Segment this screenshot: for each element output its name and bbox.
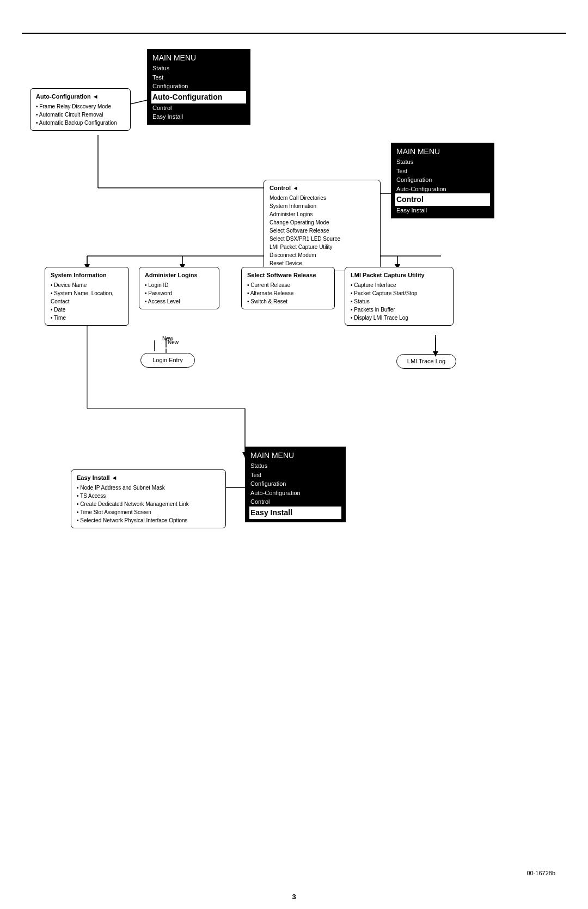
menu-b-test: Test xyxy=(250,471,340,480)
doc-number: 00-16728b xyxy=(526,870,555,876)
control-item-8: Disconnect Modem xyxy=(270,251,375,259)
login-entry-box: Login Entry xyxy=(140,353,195,368)
menu-item-autoconfig-hl: Auto-Configuration xyxy=(151,91,246,103)
svg-marker-31 xyxy=(433,351,438,357)
adminlogins-item-1: • Login ID xyxy=(145,281,213,289)
menu-b-autoconfig: Auto-Configuration xyxy=(250,489,340,498)
administer-logins-title: Administer Logins xyxy=(145,271,213,280)
page-number: 3 xyxy=(292,893,296,901)
menu-tr-test: Test xyxy=(396,167,489,176)
menu-item-control: Control xyxy=(152,103,245,113)
lmi-item-1: • Capture Interface xyxy=(351,281,448,289)
main-menu-b-title: MAIN MENU xyxy=(250,450,340,461)
login-entry-label: Login Entry xyxy=(152,357,183,363)
lmi-item-3: • Status xyxy=(351,297,448,306)
adminlogins-item-2: • Password xyxy=(145,289,213,297)
lmi-item-4: • Packets in Buffer xyxy=(351,306,448,314)
sysinfo-item-2: • System Name, Location, Contact xyxy=(51,289,123,306)
easy-item-5: • Selected Network Physical Interface Op… xyxy=(77,516,220,524)
menu-item-configuration: Configuration xyxy=(152,82,245,91)
auto-config-item-2: • Automatic Circuit Removal xyxy=(36,111,125,119)
software-item-2: • Alternate Release xyxy=(247,289,329,297)
control-item-6: Select DSX/PR1 LED Source xyxy=(270,235,375,243)
control-item-2: System Information xyxy=(270,202,375,210)
menu-b-control: Control xyxy=(250,497,340,507)
menu-tr-status: Status xyxy=(396,157,489,167)
menu-b-status: Status xyxy=(250,461,340,471)
menu-tr-easyinstall: Easy Install xyxy=(396,206,489,215)
software-item-3: • Switch & Reset xyxy=(247,297,329,306)
control-item-4: Change Operating Mode xyxy=(270,218,375,227)
sysinfo-item-1: • Device Name xyxy=(51,281,123,289)
new-label: New xyxy=(162,335,173,341)
lmi-trace-log-label: LMI Trace Log xyxy=(407,358,445,364)
software-item-1: • Current Release xyxy=(247,281,329,289)
lmi-capture-box: LMI Packet Capture Utility • Capture Int… xyxy=(345,267,454,326)
main-menu-top-right: MAIN MENU Status Test Configuration Auto… xyxy=(391,143,494,218)
auto-config-title: Auto-Configuration ◄ xyxy=(36,92,125,101)
menu-item-status: Status xyxy=(152,64,245,73)
easy-install-title: Easy Install ◄ xyxy=(77,473,220,483)
lmi-capture-title: LMI Packet Capture Utility xyxy=(351,271,448,280)
control-item-7: LMI Packet Capture Utility xyxy=(270,243,375,251)
control-item-3: Administer Logins xyxy=(270,210,375,218)
menu-tr-config: Configuration xyxy=(396,175,489,185)
easy-item-1: • Node IP Address and Subnet Mask xyxy=(77,484,220,492)
easy-item-3: • Create Dedicated Network Management Li… xyxy=(77,500,220,508)
page-container: New MAIN MENU Status Test Configuration … xyxy=(0,0,588,909)
lmi-item-5: • Display LMI Trace Log xyxy=(351,314,448,322)
auto-config-item-1: • Frame Relay Discovery Mode xyxy=(36,102,125,111)
menu-tr-control-hl: Control xyxy=(395,193,490,206)
main-menu-bottom: MAIN MENU Status Test Configuration Auto… xyxy=(245,447,346,522)
control-item-1: Modem Call Directories xyxy=(270,194,375,202)
top-rule xyxy=(22,33,566,34)
sysinfo-item-3: • Date xyxy=(51,306,123,314)
sysinfo-item-4: • Time xyxy=(51,314,123,322)
select-software-title: Select Software Release xyxy=(247,271,329,280)
auto-config-item-3: • Automatic Backup Configuration xyxy=(36,119,125,127)
main-menu-tr-title: MAIN MENU xyxy=(396,146,489,157)
administer-logins-box: Administer Logins • Login ID • Password … xyxy=(139,267,219,309)
new-line xyxy=(154,340,155,351)
control-box: Control ◄ Modem Call Directories System … xyxy=(264,180,381,271)
main-menu-top-left: MAIN MENU Status Test Configuration Auto… xyxy=(147,49,250,125)
auto-config-box: Auto-Configuration ◄ • Frame Relay Disco… xyxy=(30,88,131,131)
control-title: Control ◄ xyxy=(270,184,375,193)
easy-item-2: • TS Access xyxy=(77,492,220,500)
menu-item-easyinstall: Easy Install xyxy=(152,112,245,121)
easy-install-box: Easy Install ◄ • Node IP Address and Sub… xyxy=(71,469,226,528)
lmi-item-2: • Packet Capture Start/Stop xyxy=(351,289,448,297)
system-info-title: System Information xyxy=(51,271,123,280)
system-info-box: System Information • Device Name • Syste… xyxy=(45,267,129,326)
easy-item-4: • Time Slot Assignment Screen xyxy=(77,508,220,516)
lmi-down-line xyxy=(411,335,444,357)
menu-item-test: Test xyxy=(152,73,245,82)
main-menu-tl-title: MAIN MENU xyxy=(152,52,245,64)
menu-b-easyinstall-hl: Easy Install xyxy=(249,507,341,519)
adminlogins-item-3: • Access Level xyxy=(145,297,213,306)
select-software-box: Select Software Release • Current Releas… xyxy=(241,267,335,309)
control-item-5: Select Software Release xyxy=(270,227,375,235)
menu-tr-autoconfig: Auto-Configuration xyxy=(396,185,489,194)
menu-b-config: Configuration xyxy=(250,479,340,489)
control-item-9: Reset Device xyxy=(270,259,375,267)
